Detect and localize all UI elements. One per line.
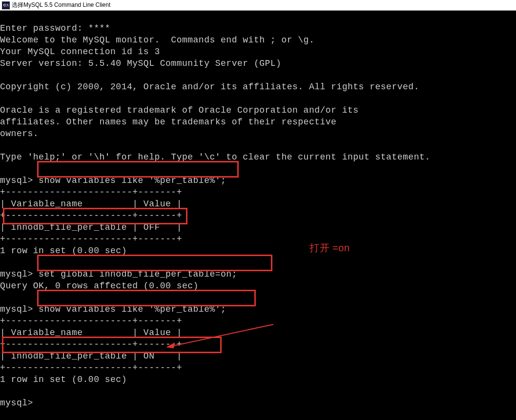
terminal-line: 1 row in set (0.00 sec)	[0, 246, 127, 256]
terminal-line: owners.	[0, 129, 39, 139]
terminal-line: +-----------------------+-------+	[0, 340, 182, 349]
terminal-line: mysql> show variables like '%per_table%'…	[0, 304, 226, 314]
terminal-line: +-----------------------+-------+	[0, 234, 182, 244]
terminal-line: +-----------------------+-------+	[0, 211, 182, 220]
svg-line-0	[171, 324, 273, 346]
terminal-line: mysql> set global innodb_file_per_table=…	[0, 269, 237, 279]
terminal-line: Enter password: ****	[0, 23, 110, 33]
annotation-open-on: 打开 =on	[310, 242, 350, 254]
terminal-line: | innodb_file_per_table | ON |	[0, 351, 182, 361]
highlight-box-query-1	[37, 161, 239, 178]
window-titlebar[interactable]: C:\ 选择MySQL 5.5 Command Line Client	[0, 0, 516, 11]
terminal-line: Type 'help;' or '\h' for help. Type '\c'…	[0, 152, 431, 162]
terminal-line: +-----------------------+-------+	[0, 187, 182, 197]
terminal-line: | Variable_name | Value |	[0, 199, 182, 209]
app-icon: C:\	[2, 1, 10, 9]
window-title: 选择MySQL 5.5 Command Line Client	[12, 1, 110, 9]
terminal-line: | innodb_file_per_table | OFF |	[0, 222, 182, 232]
terminal-line: 1 row in set (0.00 sec)	[0, 375, 127, 384]
terminal-line: mysql>	[0, 398, 33, 408]
terminal-line: mysql> show variables like '%per_table%'…	[0, 176, 226, 185]
highlight-box-query-3	[37, 290, 256, 306]
terminal-line: +-----------------------+-------+	[0, 316, 182, 326]
terminal-line: Query OK, 0 rows affected (0.00 sec)	[0, 281, 199, 291]
terminal-line: Copyright (c) 2000, 2014, Oracle and/or …	[0, 82, 419, 92]
highlight-box-query-2	[37, 255, 272, 271]
terminal-line: +-----------------------+-------+	[0, 363, 182, 373]
terminal-line: affiliates. Other names may be trademark…	[0, 117, 336, 127]
terminal-line: Oracle is a registered trademark of Orac…	[0, 105, 359, 115]
terminal-line: Server version: 5.5.40 MySQL Community S…	[0, 59, 281, 68]
terminal-line: Your MySQL connection id is 3	[0, 47, 160, 57]
terminal-output[interactable]: Enter password: **** Welcome to the MySQ…	[0, 11, 516, 420]
terminal-line: Welcome to the MySQL monitor. Commands e…	[0, 35, 314, 45]
terminal-line: | Variable_name | Value |	[0, 328, 182, 338]
